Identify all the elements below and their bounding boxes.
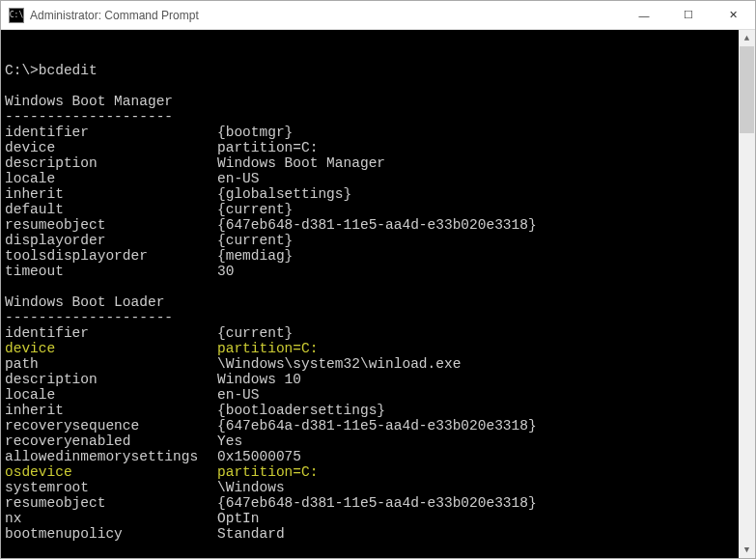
output-value: {647eb648-d381-11e5-aa4d-e33b020e3318} xyxy=(217,495,537,511)
output-row: localeen-US xyxy=(5,171,751,186)
app-icon: C:\ xyxy=(9,8,24,23)
output-value: partition=C: xyxy=(217,140,318,155)
output-row: osdevicepartition=C: xyxy=(5,464,751,480)
output-key: description xyxy=(5,155,217,171)
maximize-button[interactable]: ☐ xyxy=(666,1,711,29)
output-value: {globalsettings} xyxy=(217,186,351,202)
scroll-down-icon[interactable]: ▼ xyxy=(739,542,755,558)
output-value: OptIn xyxy=(217,511,260,526)
output-row: devicepartition=C: xyxy=(5,341,751,356)
output-key: osdevice xyxy=(5,464,217,480)
output-row: recoveryenabledYes xyxy=(5,433,751,449)
console-area[interactable]: C:\>bcdedit Windows Boot Manager--------… xyxy=(1,30,755,558)
output-row: descriptionWindows 10 xyxy=(5,372,751,387)
output-value: partition=C: xyxy=(217,464,318,480)
output-value: en-US xyxy=(217,171,260,186)
output-row: systemroot\Windows xyxy=(5,480,751,495)
output-row: bootmenupolicyStandard xyxy=(5,526,751,542)
output-key: device xyxy=(5,140,217,155)
output-value: {current} xyxy=(217,233,293,248)
output-key: path xyxy=(5,356,217,372)
command-prompt-window: C:\ Administrator: Command Prompt — ☐ ✕ … xyxy=(0,0,756,559)
titlebar[interactable]: C:\ Administrator: Command Prompt — ☐ ✕ xyxy=(1,1,755,30)
output-key: nx xyxy=(5,511,217,526)
output-value: 0x15000075 xyxy=(217,449,301,464)
output-row: recoverysequence{647eb64a-d381-11e5-aa4d… xyxy=(5,418,751,433)
output-key: timeout xyxy=(5,264,217,279)
output-key: bootmenupolicy xyxy=(5,526,217,542)
blank-line xyxy=(5,279,751,294)
output-value: Standard xyxy=(217,526,285,542)
minimize-button[interactable]: — xyxy=(622,1,666,29)
section-divider: -------------------- xyxy=(5,310,751,325)
output-key: device xyxy=(5,341,217,356)
output-key: inherit xyxy=(5,403,217,418)
output-key: description xyxy=(5,372,217,387)
output-key: allowedinmemorysettings xyxy=(5,449,217,464)
output-row: nxOptIn xyxy=(5,511,751,526)
section-title: Windows Boot Loader xyxy=(5,294,751,310)
output-key: locale xyxy=(5,387,217,403)
console-output: C:\>bcdedit Windows Boot Manager--------… xyxy=(5,63,751,558)
output-row: resumeobject{647eb648-d381-11e5-aa4d-e33… xyxy=(5,495,751,511)
output-key: displayorder xyxy=(5,233,217,248)
output-key: recoverysequence xyxy=(5,418,217,433)
output-row: devicepartition=C: xyxy=(5,140,751,155)
output-value: {current} xyxy=(217,325,293,341)
section-title: Windows Boot Manager xyxy=(5,94,751,109)
output-key: systemroot xyxy=(5,480,217,495)
output-value: {647eb64a-d381-11e5-aa4d-e33b020e3318} xyxy=(217,418,537,433)
scrollbar[interactable]: ▲ ▼ xyxy=(739,30,755,558)
output-row: displayorder{current} xyxy=(5,233,751,248)
scroll-up-icon[interactable]: ▲ xyxy=(739,30,755,46)
output-key: inherit xyxy=(5,186,217,202)
output-key: recoveryenabled xyxy=(5,433,217,449)
output-value: \Windows\system32\winload.exe xyxy=(217,356,461,372)
window-title: Administrator: Command Prompt xyxy=(30,9,622,22)
prompt-line: C:\> xyxy=(5,557,751,558)
output-row: resumeobject{647eb648-d381-11e5-aa4d-e33… xyxy=(5,217,751,233)
output-key: default xyxy=(5,202,217,217)
scrollbar-thumb[interactable] xyxy=(740,46,754,133)
output-row: identifier{current} xyxy=(5,325,751,341)
prompt-line: C:\>bcdedit xyxy=(5,63,751,78)
blank-line xyxy=(5,78,751,94)
output-key: locale xyxy=(5,171,217,186)
output-row: timeout30 xyxy=(5,264,751,279)
output-row: default{current} xyxy=(5,202,751,217)
output-key: resumeobject xyxy=(5,495,217,511)
output-key: identifier xyxy=(5,125,217,140)
output-value: Windows Boot Manager xyxy=(217,155,385,171)
output-key: toolsdisplayorder xyxy=(5,248,217,264)
output-row: inherit{bootloadersettings} xyxy=(5,403,751,418)
close-button[interactable]: ✕ xyxy=(711,1,755,29)
output-value: partition=C: xyxy=(217,341,318,356)
output-value: {647eb648-d381-11e5-aa4d-e33b020e3318} xyxy=(217,217,537,233)
output-row: allowedinmemorysettings0x15000075 xyxy=(5,449,751,464)
output-value: en-US xyxy=(217,387,260,403)
output-value: Windows 10 xyxy=(217,372,301,387)
output-value: Yes xyxy=(217,433,242,449)
output-row: toolsdisplayorder{memdiag} xyxy=(5,248,751,264)
output-value: {memdiag} xyxy=(217,248,293,264)
output-key: resumeobject xyxy=(5,217,217,233)
output-row: identifier{bootmgr} xyxy=(5,125,751,140)
output-value: \Windows xyxy=(217,480,285,495)
output-value: {current} xyxy=(217,202,293,217)
section-divider: -------------------- xyxy=(5,109,751,125)
output-value: {bootmgr} xyxy=(217,125,293,140)
output-row: inherit{globalsettings} xyxy=(5,186,751,202)
output-row: path\Windows\system32\winload.exe xyxy=(5,356,751,372)
output-value: {bootloadersettings} xyxy=(217,403,385,418)
output-key: identifier xyxy=(5,325,217,341)
output-row: localeen-US xyxy=(5,387,751,403)
blank-line xyxy=(5,542,751,557)
output-row: descriptionWindows Boot Manager xyxy=(5,155,751,171)
output-value: 30 xyxy=(217,264,234,279)
window-controls: — ☐ ✕ xyxy=(622,1,755,29)
